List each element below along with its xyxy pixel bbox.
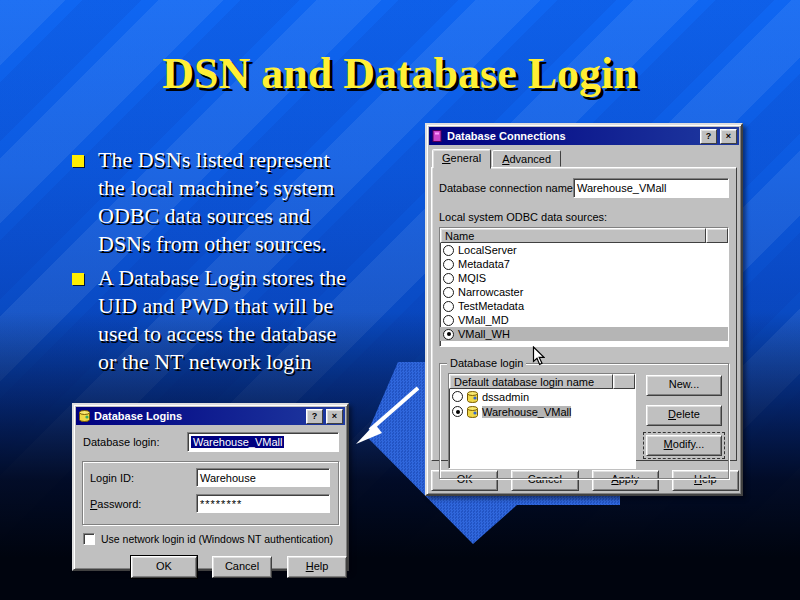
modify-button[interactable]: Modify... <box>646 435 722 456</box>
logins-dialog-title: Database Logins <box>94 410 303 422</box>
bullet-square-icon <box>72 273 84 285</box>
dsn-name: TestMetadata <box>458 300 524 312</box>
bullet-line: The DSNs listed represent <box>98 146 334 174</box>
network-login-label: Use network login id (Windows NT authent… <box>101 533 333 545</box>
database-login-group: Database login Default database login na… <box>439 363 729 479</box>
radio-selected-icon[interactable] <box>443 329 454 340</box>
help-icon[interactable]: ? <box>700 129 717 144</box>
mouse-cursor-icon <box>532 346 545 366</box>
bullet-line: used to access the database <box>98 320 346 348</box>
dsn-row[interactable]: TestMetadata <box>440 299 728 313</box>
dsn-header-name[interactable]: Name <box>440 228 706 243</box>
bullet-item: A Database Login stores the UID and PWD … <box>70 264 415 376</box>
dsn-name: Metadata7 <box>458 258 510 270</box>
connections-titlebar[interactable]: Database Connections ? × <box>429 127 739 145</box>
dsn-row-selected[interactable]: VMall_WH <box>440 327 728 341</box>
bullet-square-icon <box>72 155 84 167</box>
radio-icon[interactable] <box>443 273 454 284</box>
login-row-selected[interactable]: Warehouse_VMall <box>449 404 635 419</box>
dsn-row[interactable]: VMall_MD <box>440 313 728 327</box>
bullet-item: The DSNs listed represent the local mach… <box>70 146 415 258</box>
connections-dialog-title: Database Connections <box>447 130 697 142</box>
dsn-row[interactable]: LocalServer <box>440 243 728 257</box>
dsn-list-header: Name <box>440 228 728 243</box>
login-row[interactable]: dssadmin <box>449 389 635 404</box>
dsn-name: VMall_WH <box>458 328 510 340</box>
bullet-line: ODBC data sources and <box>98 202 334 230</box>
login-id-row: Login ID: Warehouse <box>90 468 330 487</box>
new-button[interactable]: New... <box>646 375 722 396</box>
help-button[interactable]: Help <box>287 556 347 578</box>
radio-selected-icon[interactable] <box>452 406 463 417</box>
login-name: Warehouse_VMall <box>482 406 571 418</box>
network-login-row: Use network login id (Windows NT authent… <box>83 533 347 545</box>
radio-icon[interactable] <box>443 287 454 298</box>
bullet-text: A Database Login stores the UID and PWD … <box>98 264 346 376</box>
delete-button[interactable]: Delete <box>646 405 722 426</box>
dsn-row[interactable]: MQIS <box>440 271 728 285</box>
dsn-name: LocalServer <box>458 244 517 256</box>
dsn-name: MQIS <box>458 272 486 284</box>
logins-bottom-buttons: OK Cancel Help <box>131 556 347 578</box>
database-login-input[interactable]: Warehouse_VMall <box>187 432 339 452</box>
login-id-label: Login ID: <box>90 472 196 484</box>
odbc-sources-label: Local system ODBC data sources: <box>439 211 729 223</box>
database-icon <box>466 406 479 418</box>
connection-name-input[interactable]: Warehouse_VMall <box>573 178 729 198</box>
slide: DSN and Database Login The DSNs listed r… <box>0 0 800 600</box>
database-login-label: Database login: <box>83 436 187 448</box>
bullet-line: A Database Login stores the <box>98 264 346 292</box>
close-icon[interactable]: × <box>326 409 343 424</box>
connections-tabs: General Advanced <box>432 149 737 167</box>
bullet-text: The DSNs listed represent the local mach… <box>98 146 334 258</box>
bullet-list: The DSNs listed represent the local mach… <box>70 146 415 382</box>
ok-button[interactable]: OK <box>131 556 197 578</box>
login-id-input[interactable]: Warehouse <box>196 468 330 487</box>
login-listbox[interactable]: Default database login name dssadmin <box>448 373 636 469</box>
connection-name-label: Database connection name <box>439 182 573 194</box>
database-login-row: Database login: Warehouse_VMall <box>83 432 339 452</box>
database-login-group-body: Default database login name dssadmin <box>440 364 728 475</box>
database-icon <box>466 391 479 403</box>
slide-title: DSN and Database Login <box>0 48 800 99</box>
bullet-line: DSNs from other sources. <box>98 230 334 258</box>
login-buttons: New... Delete Modify... <box>646 373 722 469</box>
radio-icon[interactable] <box>443 259 454 270</box>
arrow-annotation-icon <box>348 382 428 450</box>
logins-dialog-icon <box>78 410 91 422</box>
radio-icon[interactable] <box>443 315 454 326</box>
dsn-listbox[interactable]: Name LocalServer Metadata7 MQIS Narrowca… <box>439 227 729 347</box>
database-login-group-label: Database login <box>447 357 526 369</box>
password-input[interactable]: ******** <box>196 494 330 513</box>
general-tab-panel: Database connection name Warehouse_VMall… <box>431 167 737 461</box>
dsn-name: Narrowcaster <box>458 286 523 298</box>
tab-general[interactable]: General <box>432 149 491 169</box>
dsn-header-spacer <box>706 228 728 243</box>
bullet-line: UID and PWD that will be <box>98 292 346 320</box>
close-icon[interactable]: × <box>720 129 737 144</box>
dsn-row[interactable]: Metadata7 <box>440 257 728 271</box>
logins-titlebar[interactable]: Database Logins ? × <box>76 407 345 425</box>
password-row: Password: ******** <box>90 494 330 513</box>
login-header-name[interactable]: Default database login name <box>449 374 613 389</box>
radio-icon[interactable] <box>443 245 454 256</box>
radio-icon[interactable] <box>452 391 463 402</box>
connections-dialog-icon <box>431 130 444 142</box>
selected-text: Warehouse_VMall <box>191 436 284 448</box>
connection-name-row: Database connection name Warehouse_VMall <box>439 178 729 198</box>
tab-advanced[interactable]: Advanced <box>492 150 561 167</box>
help-icon[interactable]: ? <box>306 409 323 424</box>
dsn-name: VMall_MD <box>458 314 509 326</box>
network-login-checkbox[interactable] <box>83 533 95 545</box>
bullet-line: the local machine’s system <box>98 174 334 202</box>
login-name: dssadmin <box>482 391 529 403</box>
radio-icon[interactable] <box>443 301 454 312</box>
login-list-header: Default database login name <box>449 374 635 389</box>
bullet-line: or the NT network login <box>98 348 346 376</box>
dsn-row[interactable]: Narrowcaster <box>440 285 728 299</box>
cancel-button[interactable]: Cancel <box>212 556 272 578</box>
password-label: Password: <box>90 498 196 510</box>
credentials-frame: Login ID: Warehouse Password: ******** <box>82 461 339 525</box>
database-connections-dialog: Database Connections ? × General Advance… <box>425 123 743 496</box>
database-logins-dialog: Database Logins ? × Database login: Ware… <box>72 403 349 571</box>
